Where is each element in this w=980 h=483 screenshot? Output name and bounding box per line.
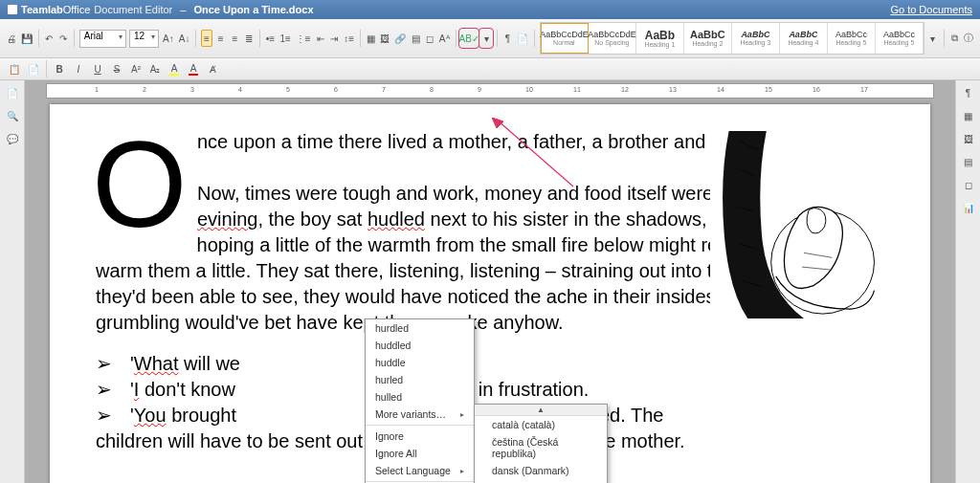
ignore[interactable]: Ignore [366,428,474,445]
outdent-icon[interactable]: ⇤ [315,30,326,47]
redo-icon[interactable]: ↷ [57,30,69,47]
workspace: 📄 🔍 💬 1 2 3 4 5 6 7 8 9 10 11 12 13 14 1… [0,80,980,483]
err-evining[interactable]: evining [197,209,257,230]
align-center-icon[interactable]: ≡ [215,30,227,47]
subscript-icon[interactable]: A₂ [146,60,164,77]
align-right-icon[interactable]: ≡ [230,30,241,47]
spellcheck-icon[interactable]: AB✓ [460,30,478,47]
save-icon[interactable]: 💾 [20,30,33,47]
dropcap: O [92,135,188,235]
lang-danish[interactable]: dansk (Danmark) [475,462,607,479]
suggestion-huddled[interactable]: huddled [366,337,474,354]
image-settings-icon[interactable]: 🖼 [960,130,977,147]
underline-icon[interactable]: U [89,60,106,77]
toolbar-main: 🖨 💾 ↶ ↷ Arial 12 A↑ A↓ ≡ ≡ ≡ ≣ •≡ 1≡ ⋮≡ … [0,19,980,58]
select-language[interactable]: Select Language [366,462,474,479]
go-to-documents-link[interactable]: Go to Documents [890,4,972,15]
multilevel-list-icon[interactable]: ⋮≡ [295,30,312,47]
clear-style-icon[interactable]: A̸ [204,60,221,77]
indent-icon[interactable]: ⇥ [328,30,340,47]
p1a: nce upon a time there lived a mother, a … [197,131,777,152]
number-list-icon[interactable]: 1≡ [278,30,291,47]
styles-more-icon[interactable]: ▾ [927,30,939,47]
view-settings-icon[interactable]: ⧉ [948,30,960,47]
line-spacing-icon[interactable]: ↕≡ [343,30,355,47]
copy-icon[interactable]: 📋 [6,60,23,77]
suggestion-hurdled[interactable]: hurdled [366,319,474,337]
title-sep: – [180,4,186,15]
err-what[interactable]: What [134,353,179,374]
language-dropdown-icon[interactable]: ▾ [480,30,492,47]
insert-image-icon[interactable]: 🖼 [379,30,390,47]
font-color-icon[interactable]: A [185,60,202,77]
undo-icon[interactable]: ↶ [44,30,56,47]
scroll-up-icon[interactable]: ▲ [475,405,607,416]
insert-dropcap-icon[interactable]: Aᴬ [438,30,451,47]
styles-gallery: AaBbCcDdENormal AaBbCcDdENo Spacing AaBb… [540,22,924,55]
font-family-combo[interactable]: Arial [79,30,126,48]
insert-shape-icon[interactable]: ◻ [424,30,435,47]
brand-name2: Office [63,4,91,15]
superscript-icon[interactable]: A² [127,60,145,77]
about-icon[interactable]: ⓘ [963,30,974,47]
style-heading5[interactable]: AaBbCcHeading 5 [828,23,876,54]
style-heading2[interactable]: AaBbCHeading 2 [684,23,732,54]
suggestion-hulled[interactable]: hulled [366,388,474,406]
nonprinting-icon[interactable]: ¶ [502,30,514,47]
increase-font-icon[interactable]: A↑ [162,30,175,47]
lang-german[interactable]: Deutsch (Deutschland) [475,479,607,483]
bullet-icon: ➢ [96,377,111,403]
ignore-all[interactable]: Ignore All [366,445,474,462]
titlebar: TeamlabOffice Document Editor – Once Upo… [0,0,980,19]
file-panel-icon[interactable]: 📄 [4,84,21,101]
lang-czech[interactable]: čeština (Česká republika) [475,433,607,462]
style-heading1[interactable]: AaBbHeading 1 [636,23,684,54]
page-size-icon[interactable]: 📄 [516,30,529,47]
paste-icon[interactable]: 📄 [25,60,42,77]
horizontal-ruler[interactable]: 1 2 3 4 5 6 7 8 9 10 11 12 13 14 15 16 1… [46,83,934,99]
search-panel-icon[interactable]: 🔍 [4,107,21,124]
style-normal[interactable]: AaBbCcDdENormal [541,23,589,54]
more-variants[interactable]: More variants… [366,406,474,423]
style-heading3[interactable]: AaBbCHeading 3 [732,23,780,54]
paragraph-settings-icon[interactable]: ¶ [960,84,977,101]
align-justify-icon[interactable]: ≣ [243,30,255,47]
app-logo-icon [8,5,17,14]
suggestion-huddle[interactable]: huddle [366,354,474,371]
document-area: 1 2 3 4 5 6 7 8 9 10 11 12 13 14 15 16 1… [25,80,955,483]
spellcheck-context-menu: hurdled huddled huddle hurled hulled Mor… [365,318,475,483]
right-panel: ¶ ▦ 🖼 ▤ ◻ 📊 [955,80,980,483]
insert-link-icon[interactable]: 🔗 [393,30,407,47]
print-icon[interactable]: 🖨 [6,30,17,47]
decrease-font-icon[interactable]: A↓ [178,30,191,47]
brand-name1: Teamlab [21,4,63,15]
align-left-icon[interactable]: ≡ [201,30,212,47]
style-heading4[interactable]: AaBbCHeading 4 [780,23,828,54]
language-submenu: ▲ català (català) čeština (Česká republi… [474,404,608,483]
table-settings-icon[interactable]: ▦ [960,107,977,124]
bullet-icon: ➢ [96,403,111,428]
style-heading5b[interactable]: AaBbCcHeading 5 [876,23,924,54]
p1d: next to his sister in the shadows, [425,209,707,230]
err-you[interactable]: You [134,405,167,426]
shape-settings-icon[interactable]: ◻ [960,176,977,193]
bullet-icon: ➢ [96,351,111,377]
toolbar-secondary: 📋 📄 B I U S A² A₂ A A A̸ [0,58,980,80]
chart-settings-icon[interactable]: 📊 [960,199,977,216]
document-name: Once Upon a Time.docx [193,4,313,15]
story-illustration [710,120,898,330]
strike-icon[interactable]: S [108,60,125,77]
style-no-spacing[interactable]: AaBbCcDdENo Spacing [589,23,636,54]
bold-icon[interactable]: B [51,60,68,77]
comments-panel-icon[interactable]: 💬 [4,130,21,147]
font-size-combo[interactable]: 12 [129,30,159,48]
insert-table-icon[interactable]: ▦ [366,30,377,47]
lang-catala[interactable]: català (català) [475,416,607,433]
insert-header-icon[interactable]: ▤ [410,30,421,47]
bullet-list-icon[interactable]: •≡ [265,30,277,47]
highlight-color-icon[interactable]: A [166,60,183,77]
err-hudled[interactable]: hudled [368,209,425,230]
header-settings-icon[interactable]: ▤ [960,153,977,170]
italic-icon[interactable]: I [70,60,87,77]
suggestion-hurled[interactable]: hurled [366,371,474,388]
